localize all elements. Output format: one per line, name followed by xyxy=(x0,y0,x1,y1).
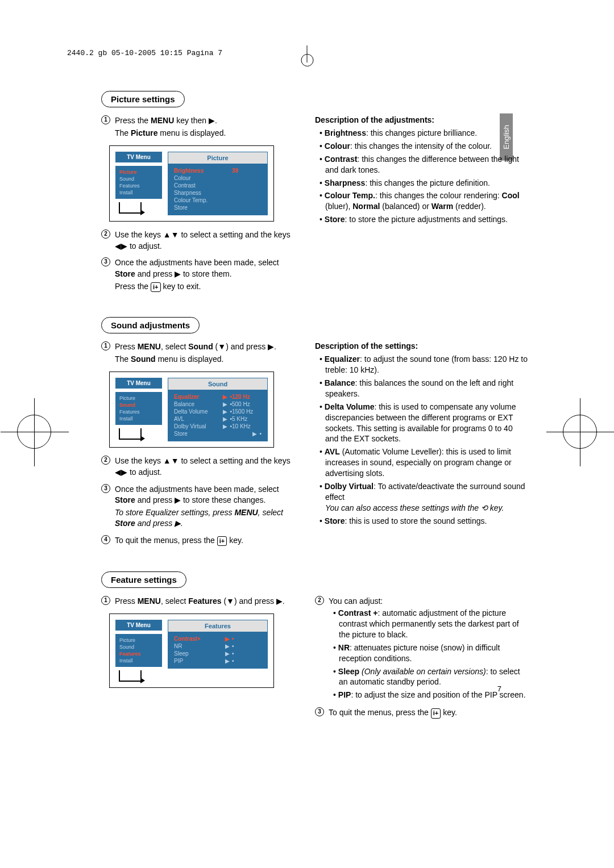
text: Use the keys ▲▼ to select a setting and … xyxy=(115,456,294,478)
row-bal-val: 500 Hz xyxy=(232,401,262,407)
step-number-1-icon: 1 xyxy=(101,115,110,124)
tv-menu-features: TV Menu Picture Sound Features Install F… xyxy=(109,614,274,688)
text: (redder). xyxy=(453,202,486,211)
tv-submenu-title: Sound xyxy=(168,378,267,390)
text: and press ▶ to store them. xyxy=(135,269,232,278)
feature-step-3: 3 To quit the menus, press the i+ key. xyxy=(315,707,528,720)
desc-sharpness-val: : this changes the picture definition. xyxy=(365,178,489,187)
key-info-icon: i+ xyxy=(151,282,160,292)
triangle-icon: ▶ xyxy=(252,431,257,437)
desc-sleep-note: (Only available on certain versions) xyxy=(359,667,486,676)
desc-avl-val: (Automatic Volume Leveller): this is use… xyxy=(325,447,512,478)
heading-picture-settings: Picture settings xyxy=(101,91,185,107)
text: Use the keys ▲▼ to select a setting and … xyxy=(115,229,294,252)
row-pip: PIP xyxy=(174,658,223,664)
text-features: Features xyxy=(188,596,221,606)
triangle-icon: ▶ xyxy=(223,416,227,422)
row-brightness: Brightness xyxy=(174,168,232,174)
text: The xyxy=(115,354,131,364)
key-menu: MENU xyxy=(138,342,161,351)
row-equalizer: Equalizer xyxy=(174,394,221,400)
picture-step-1: 1 Press the MENU key then ▶. The Picture… xyxy=(101,115,294,140)
triangle-icon: ▶ xyxy=(223,423,227,429)
text-sound: Sound xyxy=(131,354,156,364)
sound-step-2: 2 Use the keys ▲▼ to select a setting an… xyxy=(101,456,294,479)
desc-pip-val: : to adjust the size and position of the… xyxy=(351,690,525,699)
triangle-icon: ▶ xyxy=(225,658,230,664)
desc-dv-key: Delta Volume xyxy=(325,402,375,411)
heading-sound-adjustments: Sound adjustments xyxy=(101,317,200,333)
menu-arrow-icon xyxy=(119,428,142,440)
menu-arrow-icon xyxy=(119,670,142,682)
text: : this changes the colour rendering: xyxy=(375,191,502,200)
crop-mark-top xyxy=(307,45,308,62)
desc-store-val: : this is used to store the sound settin… xyxy=(345,516,487,525)
heading-feature-settings: Feature settings xyxy=(101,571,186,588)
surround-key-icon: ⟲ xyxy=(481,503,488,512)
row-dv-val: 1500 Hz xyxy=(232,408,262,415)
tv-menu-picture: TV Menu Picture Sound Features Install P… xyxy=(109,145,274,222)
crop-mark-left xyxy=(17,415,51,449)
sound-step-4: 4 To quit the menus, press the i+ key. xyxy=(101,535,294,548)
sound-step-3: 3 Once the adjustments have been made, s… xyxy=(101,484,294,531)
tv-submenu-body: Equalizer▶•120 Hz Balance▶•500 Hz Delta … xyxy=(168,390,267,441)
text: key. xyxy=(227,536,243,545)
print-header-line: 2440.2 gb 05-10-2005 10:15 Pagina 7 xyxy=(67,49,222,57)
desc-contrast-key: Contrast xyxy=(325,155,358,164)
step-number-1-icon: 1 xyxy=(101,596,110,605)
feature-step-1: 1 Press MENU, select Features (▼) and pr… xyxy=(101,596,294,608)
text: Press xyxy=(115,596,138,606)
val: • xyxy=(232,650,262,657)
tv-submenu-body: Contrast+▶• NR▶• Sleep▶• PIP▶• xyxy=(168,632,267,668)
text: Press the xyxy=(115,116,151,125)
text: key to exit. xyxy=(161,282,201,291)
feature-step-2: 2 You can adjust: Contrast +: automatic … xyxy=(315,596,528,703)
menu-item-sound: Sound xyxy=(116,402,161,408)
section-picture-settings: Picture settings 1 Press the MENU key th… xyxy=(101,91,528,298)
tv-menu-left-list: Picture Sound Features Install xyxy=(115,166,162,199)
row-store: Store xyxy=(174,205,262,211)
key-info-icon: i+ xyxy=(217,536,227,546)
row-eq-val: 120 Hz xyxy=(232,394,262,400)
text-store: Store xyxy=(115,269,135,278)
tv-submenu-title: Features xyxy=(168,620,267,632)
section-feature-settings: Feature settings 1 Press MENU, select Fe… xyxy=(101,571,528,724)
desc-contrast-plus-key: Contrast + xyxy=(338,608,378,617)
text-cool: Cool xyxy=(502,191,520,200)
section-sound-adjustments: Sound adjustments 1 Press MENU, select S… xyxy=(101,317,528,552)
step-number-3-icon: 3 xyxy=(101,257,110,266)
text-warm: Warm xyxy=(432,202,453,211)
menu-item-install: Install xyxy=(116,415,161,422)
menu-item-features: Features xyxy=(116,182,161,189)
val: • xyxy=(232,658,262,664)
triangle-icon: ▶ xyxy=(223,394,227,400)
row-colour-temp: Colour Temp. xyxy=(174,197,262,203)
triangle-icon: ▶ xyxy=(225,636,230,642)
menu-item-picture: Picture xyxy=(116,395,161,402)
text: The xyxy=(115,128,131,137)
text: (▼) and press ▶. xyxy=(213,342,276,351)
triangle-icon: ▶ xyxy=(225,650,230,657)
menu-arrow-icon xyxy=(119,202,142,214)
text: To store Equalizer settings, press xyxy=(115,508,234,517)
desc-brightness-val: : this changes picture brilliance. xyxy=(366,128,477,137)
row-delta-volume: Delta Volume xyxy=(174,408,221,415)
page-content: Picture settings 1 Press the MENU key th… xyxy=(101,91,528,744)
picture-step-3: 3 Once the adjustments have been made, s… xyxy=(101,257,294,293)
row-sleep: Sleep xyxy=(174,650,223,657)
menu-item-picture: Picture xyxy=(116,637,161,644)
text: , select xyxy=(258,508,283,517)
tv-menu-left-list: Picture Sound Features Install xyxy=(115,392,162,425)
desc-store-key: Store xyxy=(325,516,345,525)
text: menu is displayed. xyxy=(157,128,226,137)
menu-item-features: Features xyxy=(116,650,161,657)
desc-dvirt-key: Dolby Virtual xyxy=(325,482,374,491)
menu-item-install: Install xyxy=(116,657,161,664)
row-dolby-virtual: Dolby Virtual xyxy=(174,423,221,429)
triangle-icon: ▶ xyxy=(225,643,230,649)
key-info-icon: i+ xyxy=(431,708,441,718)
triangle-icon: ▶ xyxy=(223,401,227,407)
menu-item-picture: Picture xyxy=(116,169,161,176)
picture-step-2: 2 Use the keys ▲▼ to select a setting an… xyxy=(101,229,294,253)
step-number-1-icon: 1 xyxy=(101,341,110,350)
